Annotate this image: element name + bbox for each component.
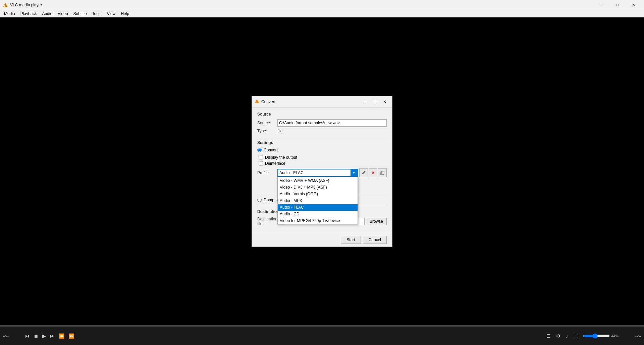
edit-profile-button[interactable] [359,168,368,177]
dropdown-item-1[interactable]: Video - DIV3 + MP3 (ASF) [278,184,358,191]
copy-profile-button[interactable] [378,168,387,177]
settings-section-label: Settings [257,140,387,145]
deinterlace-row: Deinterlace [257,161,387,166]
maximize-button[interactable]: □ [610,0,625,10]
profile-action-buttons: ✕ [359,168,387,177]
next-button[interactable]: ⏭ [48,332,57,340]
dialog-body: Source Source: Type: file Settings Conve… [252,108,392,233]
dropdown-item-2[interactable]: Audio - Vorbis (OGG) [278,191,358,197]
profile-selected-value: Audio - FLAC [279,170,356,175]
svg-rect-6 [381,171,384,174]
display-output-label: Display the output [265,155,297,160]
fullscreen-button[interactable]: ⛶ [572,332,580,340]
dropdown-item-3[interactable]: Audio - MP3 [278,197,358,204]
stop-button[interactable]: ⏹ [32,332,40,340]
menu-help[interactable]: Help [118,11,132,17]
play-button[interactable]: ▶ [40,332,48,340]
cancel-button[interactable]: Cancel [363,236,387,244]
menu-audio[interactable]: Audio [39,11,55,17]
prev-button[interactable]: ⏮ [23,332,32,340]
effects-button[interactable]: ♪ [564,332,570,340]
dialog-title: Convert [261,99,361,104]
profile-select-container: Audio - FLAC ▼ Video - WMV + WMA (ASF) V… [277,169,358,177]
start-button[interactable]: Start [341,236,361,244]
progress-bar[interactable] [0,325,644,327]
controls-row: --:-- ⏮ ⏹ ▶ ⏭ ⏪ ⏩ ☰ ⚙ ♪ ⛶ 44% --:-- [0,327,644,345]
close-button[interactable]: ✕ [626,0,641,10]
source-section: Source Source: Type: file [257,112,387,133]
copy-icon [380,171,384,175]
dialog-title-bar: Convert ─ □ ✕ [252,96,392,108]
convert-radio-label: Convert [264,148,278,152]
dialog-maximize-button[interactable]: □ [370,98,380,106]
dump-radio[interactable] [257,198,262,202]
volume-slider[interactable] [583,333,610,339]
type-row: Type: file [257,129,387,133]
time-end: --:-- [621,334,641,338]
time-start: --:-- [3,334,23,338]
playlist-button[interactable]: ☰ [544,332,553,340]
dropdown-item-4[interactable]: Audio - FLAC [278,204,358,211]
dropdown-arrow-icon: ▼ [351,169,357,176]
vlc-icon: ▶ [3,2,8,8]
volume-pct: 44% [611,334,619,338]
profile-dropdown-list[interactable]: Video - WMV + WMA (ASF) Video - DIV3 + M… [277,177,358,224]
extra-controls: ☰ ⚙ ♪ ⛶ [544,332,580,340]
source-row: Source: [257,119,387,127]
menu-view[interactable]: View [104,11,118,17]
deinterlace-label: Deinterlace [265,161,285,166]
svg-point-4 [365,171,366,172]
extended-button[interactable]: ⚙ [554,332,562,340]
delete-profile-button[interactable]: ✕ [369,168,377,177]
menu-tools[interactable]: Tools [90,11,104,17]
menu-playback[interactable]: Playback [18,11,40,17]
dropdown-item-0[interactable]: Video - WMV + WMA (ASF) [278,177,358,184]
frame-prev-button[interactable]: ⏪ [57,332,66,340]
dialog-window-controls: ─ □ ✕ [361,98,389,106]
menu-bar: Media Playback Audio Video Subtitle Tool… [0,10,644,17]
display-output-row: Display the output [257,155,387,160]
svg-marker-3 [255,99,259,103]
window-controls: ─ □ ✕ [594,0,641,10]
title-bar: ▶ VLC media player ─ □ ✕ [0,0,644,10]
convert-radio-row: Convert [257,148,387,152]
convert-radio[interactable] [257,148,262,152]
menu-video[interactable]: Video [55,11,70,17]
profile-select-display[interactable]: Audio - FLAC ▼ [277,169,358,177]
settings-section: Settings Convert Display the output Dein… [257,140,387,177]
source-label: Source: [257,121,277,125]
profile-row: Profile Audio - FLAC ▼ Video - WMV + WMA… [257,168,387,177]
menu-subtitle[interactable]: Subtitle [71,11,90,17]
dropdown-item-5[interactable]: Audio - CD [278,211,358,217]
separator-1 [257,137,387,137]
deinterlace-checkbox[interactable] [259,161,263,165]
source-input[interactable] [277,119,387,127]
type-label: Type: [257,129,277,133]
app-title: VLC media player [10,3,594,7]
minimize-button[interactable]: ─ [594,0,609,10]
dialog-minimize-button[interactable]: ─ [361,98,370,106]
profile-label: Profile [257,170,277,175]
dialog-vlc-icon [255,99,259,105]
frame-next-button[interactable]: ⏩ [66,332,76,340]
browse-button[interactable]: Browse [366,218,387,225]
display-output-checkbox[interactable] [259,155,263,159]
menu-media[interactable]: Media [1,11,18,17]
dialog-footer: Start Cancel [252,233,392,247]
bottom-bar: --:-- ⏮ ⏹ ▶ ⏭ ⏪ ⏩ ☰ ⚙ ♪ ⛶ 44% --:-- [0,325,644,345]
wrench-icon [362,171,366,175]
type-value: file [277,129,282,133]
source-section-label: Source [257,112,387,117]
convert-dialog: Convert ─ □ ✕ Source Source: Type: file [252,96,392,247]
dropdown-item-6[interactable]: Video for MPEG4 720p TV/device [278,217,358,224]
dialog-close-button[interactable]: ✕ [380,98,389,106]
profile-dropdown-scroll[interactable]: Video - WMV + WMA (ASF) Video - DIV3 + M… [278,177,358,224]
